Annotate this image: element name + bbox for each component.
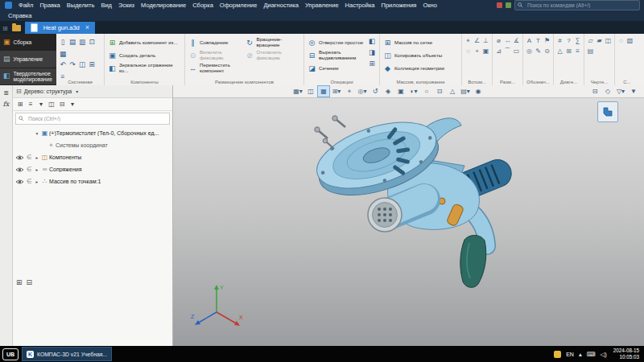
tree-item-coordinate-systems[interactable]: ⌖ Системы координат <box>13 139 172 151</box>
parameters-icon[interactable]: ≣ <box>1 87 12 98</box>
move-component-button[interactable]: ↔ Переместить компонент <box>188 62 245 75</box>
system-toolbar-icon[interactable]: ⊞ <box>88 59 96 69</box>
viewport-tool-icon[interactable]: ⊟ <box>589 86 601 97</box>
system-toolbar-icon[interactable]: ◫ <box>78 59 86 69</box>
drawing-icon[interactable]: ▱ <box>587 36 594 45</box>
rotation-rotation-button[interactable]: ↻ Вращение-вращение <box>245 36 302 49</box>
menu-item[interactable]: Приложения <box>378 0 420 10</box>
viewport-tool-icon[interactable]: ◈ <box>382 86 394 97</box>
drawing-icon[interactable]: ▰ <box>596 36 603 45</box>
tree-item-components[interactable]: ∈ ▸ ◫ Компоненты <box>13 151 172 163</box>
menu-item[interactable]: Правка <box>36 0 63 10</box>
diagnostics-icon[interactable]: ⊞ <box>565 47 572 56</box>
viewport-tool-icon[interactable]: ⊡ <box>434 86 445 97</box>
viewport-tool-icon[interactable]: ▦ <box>318 86 329 97</box>
panelset-management[interactable]: ▤ Управление <box>0 51 56 68</box>
menu-item[interactable]: Файл <box>15 0 36 10</box>
tree-toolbar-icon[interactable]: ⊞ <box>16 101 24 108</box>
menu-item[interactable]: Управление <box>302 0 342 10</box>
document-tab[interactable]: Heat gun.a3d × <box>25 22 95 34</box>
menu-item[interactable]: Окно <box>419 0 440 10</box>
viewport-tool-icon[interactable]: ▤▾ <box>460 86 471 97</box>
cut-extrude-button[interactable]: ⊟ Вырезать выдавливанием <box>307 49 366 62</box>
operations-extra-icon[interactable]: ◧ <box>368 36 376 45</box>
filter-icon[interactable]: ∈ <box>27 179 32 185</box>
home-folder-icon[interactable] <box>12 25 21 31</box>
system-toolbar-icon[interactable]: ▥ <box>78 36 86 47</box>
app-icon[interactable] <box>5 2 12 9</box>
tree-toolbar-icon[interactable]: ≡ <box>27 101 35 108</box>
eye-icon[interactable] <box>15 167 24 173</box>
menu-item[interactable]: Эскиз <box>115 0 138 10</box>
viewport-tool-icon[interactable]: ⊞▾ <box>331 86 342 97</box>
twisty-icon[interactable]: ▸ <box>34 179 40 184</box>
menu-item[interactable]: Сборка <box>189 0 217 10</box>
tray-icon[interactable]: ◁) <box>601 351 607 358</box>
designation-icon[interactable]: ◎ <box>526 47 533 56</box>
dimension-icon[interactable]: ⌒ <box>504 47 511 56</box>
menu-item[interactable]: Выделить <box>64 0 98 10</box>
viewport-tool-icon[interactable]: ○ <box>421 86 432 97</box>
menu-item[interactable]: Вид <box>97 0 115 10</box>
viewport-tool-icon[interactable]: ◎▾ <box>357 86 368 97</box>
tree-search-input[interactable] <box>27 115 167 122</box>
diagnostics-icon[interactable]: ∑ <box>574 36 581 45</box>
notification-icon[interactable] <box>554 351 561 358</box>
system-toolbar-icon[interactable]: ↷ <box>68 59 76 69</box>
tree-view-toggle-icon[interactable]: ⊟ <box>27 278 33 286</box>
record-icon[interactable] <box>497 2 502 8</box>
viewport-tool-icon[interactable]: ▼ <box>628 86 639 97</box>
system-toolbar-icon[interactable]: ▯ <box>59 36 67 47</box>
designation-icon[interactable]: T <box>535 36 542 45</box>
create-part-button[interactable]: ▣ Создать деталь <box>107 49 182 62</box>
tray-icon[interactable]: ⌨ <box>587 351 596 358</box>
drawing-icon[interactable]: ◫ <box>605 36 612 45</box>
mirror-components-button[interactable]: ◧ Зеркальное отражение ко... <box>107 62 182 75</box>
viewport-tool-icon[interactable]: ◉ <box>473 86 484 97</box>
viewport-tool-icon[interactable]: ◐▾ <box>408 86 419 97</box>
designation-icon[interactable]: ⚑ <box>543 36 551 45</box>
tree-view-toggle-icon[interactable]: ⊞ <box>16 278 23 286</box>
tree-item-mates[interactable]: ∈ ▸ ∞ Сопряжения <box>13 163 172 175</box>
viewport-tool-icon[interactable]: ⌖ <box>344 86 355 97</box>
dimension-icon[interactable]: ⊿ <box>495 47 502 56</box>
macro-icon[interactable] <box>506 2 511 8</box>
variables-icon[interactable]: fx <box>1 98 12 109</box>
taskbar-app-button[interactable]: K КОМПАС-3D v21 Учебная... <box>22 347 112 361</box>
menu-item-help[interactable]: Справка <box>5 10 35 21</box>
language-indicator[interactable]: EN <box>566 352 574 357</box>
designation-icon[interactable]: ✎ <box>535 47 542 56</box>
twisty-icon[interactable]: ▸ <box>34 167 40 172</box>
dimension-icon[interactable]: ∡ <box>513 36 520 45</box>
operations-extra-icon[interactable]: ⊞ <box>368 59 376 68</box>
filter-icon[interactable]: ∈ <box>27 167 32 173</box>
diagnostics-icon[interactable]: △ <box>556 47 564 56</box>
auxiliary-icon[interactable]: ▣ <box>482 47 489 56</box>
more-icon[interactable]: ▧ <box>626 36 634 45</box>
grid-array-button[interactable]: ⊞ Массив по сетке <box>382 36 459 49</box>
auxiliary-icon[interactable]: ∠ <box>473 36 481 45</box>
coincidence-button[interactable]: ∥ Совпадение <box>188 36 245 49</box>
system-toolbar-icon[interactable]: ▤ <box>68 36 76 47</box>
viewport-tool-icon[interactable]: ▦▾ <box>292 86 303 97</box>
viewport-tool-icon[interactable]: ◇ <box>602 86 613 97</box>
eye-icon[interactable] <box>15 179 24 185</box>
more-icon[interactable]: ◌ <box>617 36 625 45</box>
diagnostics-icon[interactable]: ≡ <box>574 47 581 56</box>
add-component-button[interactable]: ⊞ Добавить компонент из... <box>107 36 182 49</box>
drawing-icon[interactable]: ▤ <box>587 47 594 56</box>
menu-item[interactable]: Оформление <box>217 0 261 10</box>
orientation-widget[interactable] <box>597 101 618 122</box>
3d-canvas[interactable]: Y X Z <box>173 98 644 346</box>
tree-toolbar-icon[interactable]: ▾ <box>37 101 45 108</box>
copy-objects-button[interactable]: ◫ Копировать объекты <box>382 49 459 62</box>
auxiliary-icon[interactable]: ⌖ <box>464 36 472 45</box>
auxiliary-icon[interactable]: ⊥ <box>482 36 489 45</box>
designation-icon[interactable]: A <box>526 36 533 45</box>
system-toolbar-icon[interactable]: ▦ <box>59 48 67 59</box>
start-button[interactable]: UB <box>2 348 19 360</box>
menu-item[interactable]: Моделирование <box>138 0 189 10</box>
viewport-tool-icon[interactable]: ↺ <box>369 86 381 97</box>
auxiliary-icon[interactable]: ◌ <box>464 47 472 56</box>
tray-icon[interactable]: ▴ <box>579 351 582 358</box>
